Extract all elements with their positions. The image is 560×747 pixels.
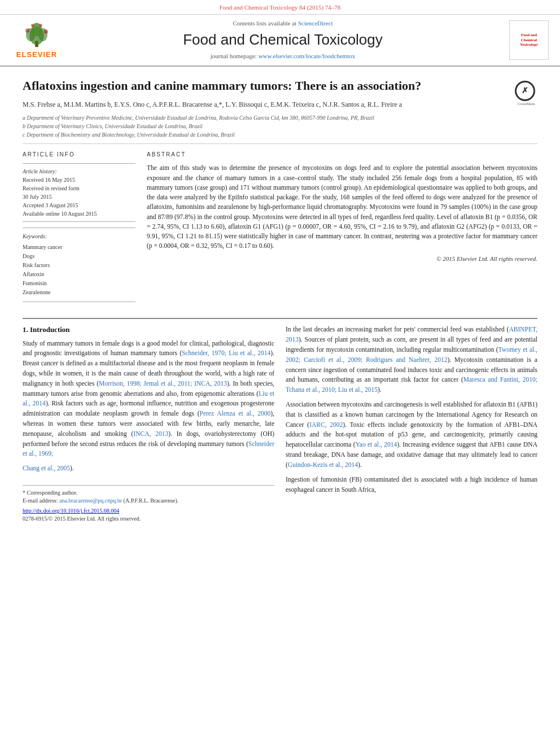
body-left: 1. Introduction Study of mammary tumors …	[23, 325, 274, 523]
available-date: Available online 10 August 2015	[23, 209, 135, 218]
ref-perez[interactable]: Perez Alenza et al., 2000	[200, 410, 271, 417]
body-right: In the last decades an increasing market…	[286, 325, 537, 523]
footnote-area: * Corresponding author. E-mail address: …	[23, 485, 274, 505]
keyword-4: Aflatoxin	[23, 270, 135, 279]
article-info-box: Article history: Received 16 May 2015 Re…	[23, 163, 135, 222]
svg-point-6	[44, 29, 48, 33]
copyright: © 2015 Elsevier Ltd. All rights reserved…	[147, 255, 537, 263]
main-body: 1. Introduction Study of mammary tumors …	[23, 318, 537, 523]
divider-bottom	[23, 302, 135, 302]
svg-point-8	[40, 24, 42, 27]
keyword-3: Risk factors	[23, 261, 135, 270]
sciencedirect-link[interactable]: ScienceDirect	[298, 20, 333, 27]
journal-title-area: Contents lists available at ScienceDirec…	[62, 19, 504, 60]
intro-heading: 1. Introduction	[23, 325, 274, 335]
ref-twomey[interactable]: Twomey et al., 2002; Carciofi et al., 20…	[286, 346, 537, 363]
received-date: Received 16 May 2015	[23, 176, 135, 184]
affiliation-c: c Department of Biochemistry and Biotech…	[23, 130, 509, 139]
intro-para2: In the last decades an increasing market…	[286, 325, 537, 395]
ref-yao[interactable]: Yao et al., 2014	[356, 441, 397, 448]
affiliation-a: a Department of Veterinary Preventive Me…	[23, 113, 509, 122]
email-link[interactable]: ana.bracarense@pq.cnpq.br	[59, 497, 122, 504]
svg-point-5	[25, 28, 29, 32]
keywords-section: Keywords: Mammary cancer Dogs Risk facto…	[23, 228, 135, 302]
ref-schneider[interactable]: Schneider, 1970; Liu et al., 2014	[182, 350, 270, 356]
svg-point-7	[31, 24, 34, 27]
journal-logo-right: Food andChemicalToxicology	[504, 20, 549, 60]
intro-para1: Study of mammary tumors in female dogs i…	[23, 339, 274, 460]
right-column: ABSTRACT The aim of this study was to de…	[147, 151, 537, 307]
corresponding-label: * Corresponding author.	[23, 489, 274, 497]
crossmark-icon: ✗	[515, 81, 535, 101]
accepted-date: Accepted 3 August 2015	[23, 201, 135, 209]
ref-morrison[interactable]: Morrison, 1998; Jemal et al., 2011; INCA…	[99, 380, 227, 387]
doi-link[interactable]: http://dx.doi.org/10.1016/j.fct.2015.08.…	[23, 508, 119, 514]
intro-para3: Association between mycotoxins and carci…	[286, 400, 537, 470]
journal-homepage: journal homepage: www.elsevier.com/locat…	[62, 52, 504, 60]
abstract-text: The aim of this study was to determine t…	[147, 163, 537, 251]
left-column: ARTICLE INFO Article history: Received 1…	[23, 151, 135, 307]
ref-maresca[interactable]: Maresca and Fantini, 2010; Tchana et al.…	[286, 376, 537, 393]
sciencedirect-notice: Contents lists available at ScienceDirec…	[62, 19, 504, 28]
doi-line: http://dx.doi.org/10.1016/j.fct.2015.08.…	[23, 507, 274, 515]
crossmark: ✗ CrossMark	[515, 81, 537, 107]
keyword-2: Dogs	[23, 252, 135, 261]
crossmark-label: CrossMark	[515, 102, 537, 107]
ref-inca[interactable]: INCA, 2013	[133, 430, 168, 437]
elsevier-brand-text: ELSEVIER	[16, 50, 57, 60]
divider	[23, 228, 135, 228]
issn-line: 0278-6915/© 2015 Elsevier Ltd. All right…	[23, 515, 274, 523]
intro-para4: Ingestion of fumonisin (FB) contaminated…	[286, 475, 537, 495]
ref-abinpet[interactable]: ABINPET, 2013	[286, 326, 537, 343]
article-info-label: ARTICLE INFO	[23, 151, 135, 159]
ref-liu[interactable]: Liu et al., 2014	[23, 390, 274, 407]
keyword-5: Fumonisin	[23, 279, 135, 288]
keyword-1: Mammary cancer	[23, 243, 135, 252]
journal-logo-box: Food andChemicalToxicology	[509, 20, 549, 60]
affiliations: a Department of Veterinary Preventive Me…	[23, 113, 509, 139]
affiliation-b: b Department of Veterinary Clinics, Univ…	[23, 122, 509, 130]
journal-homepage-link[interactable]: www.elsevier.com/locate/foodchemtox	[259, 53, 356, 59]
article-title-block: Aflatoxins ingestion and canine mammary …	[23, 78, 509, 139]
ref-chang[interactable]: Chang et al., 2005	[23, 465, 70, 471]
journal-reference: Food and Chemical Toxicology 84 (2015) 7…	[0, 0, 560, 15]
content-area: Aflatoxins ingestion and canine mammary …	[0, 67, 560, 535]
elsevier-logo: ELSEVIER	[11, 20, 62, 60]
ref-iarc[interactable]: IARC, 2002	[309, 421, 343, 428]
keyword-6: Zearalenone	[23, 288, 135, 297]
ref-schneider2[interactable]: Schneider et al., 1969;	[23, 440, 274, 457]
abstract-label: ABSTRACT	[147, 151, 537, 159]
journal-main-title: Food and Chemical Toxicology	[62, 29, 504, 50]
authors: M.S. Frehse a, M.I.M. Martins b, E.Y.S. …	[23, 99, 509, 110]
received-revised-label: Received in revised form	[23, 184, 135, 193]
history-label: Article history:	[23, 167, 135, 176]
ref-guindon[interactable]: Guindon-Kezis et al., 2014	[288, 461, 358, 468]
article-header: Aflatoxins ingestion and canine mammary …	[23, 72, 537, 145]
revised-date: 30 July 2015	[23, 193, 135, 201]
intro-para1-cont: Chang et al., 2005).	[23, 464, 274, 474]
article-main-title: Aflatoxins ingestion and canine mammary …	[23, 78, 509, 94]
keywords-title: Keywords:	[23, 233, 135, 241]
email-line: E-mail address: ana.bracarense@pq.cnpq.b…	[23, 497, 274, 505]
journal-header: ELSEVIER Contents lists available at Sci…	[0, 15, 560, 66]
logo-title-text: Food andChemicalToxicology	[520, 33, 538, 47]
article-info-abstract: ARTICLE INFO Article history: Received 1…	[23, 151, 537, 307]
